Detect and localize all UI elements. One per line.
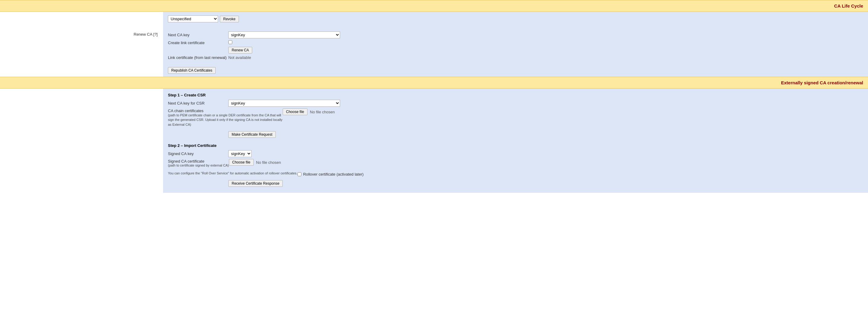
renew-ca-row-container: Renew CA [?] Next CA key signKey Create … bbox=[0, 30, 868, 65]
create-link-cert-row: Create link certificate bbox=[168, 40, 863, 45]
step1-next-ca-key-row: Next CA key for CSR signKey bbox=[168, 100, 863, 107]
ca-chain-file-row: Choose file No file chosen bbox=[283, 109, 335, 115]
step2-no-file: No file chosen bbox=[256, 160, 281, 165]
renew-ca-button-row: Renew CA bbox=[168, 47, 863, 54]
step2-choose-file-button[interactable]: Choose file bbox=[229, 159, 254, 166]
republish-row-container: Republish CA Certificates bbox=[0, 65, 868, 77]
make-csr-row: Make Certificate Request bbox=[168, 131, 863, 138]
rollover-config-row: You can configure the "Roll Over Service… bbox=[168, 170, 863, 178]
step2-file-row: Choose file No file chosen bbox=[229, 159, 281, 166]
next-ca-key-row: Next CA key signKey bbox=[168, 31, 863, 38]
rollover-row: Rollover certificate (activated later) bbox=[298, 172, 364, 177]
ca-chain-desc: (path to PEM certificate chain or a sing… bbox=[168, 113, 283, 127]
step1-next-ca-key-label: Next CA key for CSR bbox=[168, 101, 228, 106]
rollover-checkbox[interactable] bbox=[298, 172, 302, 176]
link-cert-label: Link certificate (from last renewal) bbox=[168, 55, 228, 60]
renew-ca-button[interactable]: Renew CA bbox=[228, 47, 252, 54]
rollover-checkbox-container: Rollover certificate (activated later) bbox=[298, 170, 364, 178]
republish-left-spacer bbox=[0, 65, 163, 77]
step2-signed-ca-key-select[interactable]: signKey bbox=[228, 150, 252, 157]
ca-chain-file-input-container: Choose file No file chosen bbox=[283, 109, 335, 115]
step2-signed-ca-key-label: Signed CA key bbox=[168, 151, 228, 156]
rollover-config-desc-label: You can configure the "Roll Over Service… bbox=[168, 170, 298, 177]
ca-chain-no-file: No file chosen bbox=[310, 110, 335, 114]
step2-signed-ca-cert-label: Signed CA certificate (path to certifica… bbox=[168, 159, 229, 168]
ext-left-spacer bbox=[0, 89, 163, 193]
step1-next-ca-key-select[interactable]: signKey bbox=[228, 100, 340, 107]
renew-ca-right: Next CA key signKey Create link certific… bbox=[163, 30, 868, 65]
receive-cert-row: Receive Certificate Response bbox=[168, 180, 863, 187]
republish-right: Republish CA Certificates bbox=[163, 65, 868, 77]
revoke-controls: Unspecified Key Compromise CA Compromise… bbox=[168, 14, 863, 22]
rollover-label: Rollover certificate (activated later) bbox=[303, 172, 364, 177]
renew-ca-left-label: Renew CA [?] bbox=[0, 30, 163, 65]
step2-title: Step 2 – Import Certificate bbox=[168, 143, 863, 148]
receive-cert-button[interactable]: Receive Certificate Response bbox=[228, 180, 283, 187]
ext-right-content: Step 1 – Create CSR Next CA key for CSR … bbox=[163, 89, 868, 193]
step2-signed-ca-key-row: Signed CA key signKey bbox=[168, 150, 863, 157]
rollover-config-desc: You can configure the "Roll Over Service… bbox=[168, 171, 298, 175]
create-link-cert-value bbox=[228, 40, 232, 45]
make-csr-button-container: Make Certificate Request bbox=[228, 131, 276, 138]
step2-signed-ca-cert-desc: (path to certificate signed by external … bbox=[168, 164, 229, 167]
revoke-row-container: Unspecified Key Compromise CA Compromise… bbox=[0, 12, 868, 30]
revoke-left-spacer bbox=[0, 12, 163, 30]
renew-ca-label: Renew CA [?] bbox=[134, 32, 158, 36]
make-csr-button[interactable]: Make Certificate Request bbox=[228, 131, 276, 138]
step2-signed-ca-cert-row: Signed CA certificate (path to certifica… bbox=[168, 159, 863, 168]
revoke-right: Unspecified Key Compromise CA Compromise… bbox=[163, 12, 868, 30]
ca-chain-choose-file-button[interactable]: Choose file bbox=[283, 109, 307, 115]
ca-chain-cert-row: CA chain certificates (path to PEM certi… bbox=[168, 109, 863, 129]
create-link-cert-label: Create link certificate bbox=[168, 40, 228, 45]
ca-lifecycle-header: CA Life Cycle bbox=[0, 0, 868, 12]
next-ca-key-select[interactable]: signKey bbox=[228, 31, 340, 38]
step1-title: Step 1 – Create CSR bbox=[168, 93, 863, 97]
revoke-button[interactable]: Revoke bbox=[220, 16, 239, 22]
link-cert-value: Not available bbox=[228, 55, 251, 60]
ext-signed-header: Externally signed CA creation/renewal bbox=[0, 77, 868, 89]
receive-cert-button-container: Receive Certificate Response bbox=[228, 180, 283, 187]
ext-signed-section: Step 1 – Create CSR Next CA key for CSR … bbox=[0, 89, 868, 193]
create-link-cert-checkbox[interactable] bbox=[228, 40, 232, 44]
ca-chain-cert-label: CA chain certificates (path to PEM certi… bbox=[168, 109, 283, 129]
step1-next-ca-key-value: signKey bbox=[228, 100, 340, 107]
step2-section: Step 2 – Import Certificate Signed CA ke… bbox=[168, 143, 863, 187]
next-ca-key-value: signKey bbox=[228, 31, 340, 38]
step2-signed-ca-cert-file-container: Choose file No file chosen bbox=[229, 159, 281, 166]
step2-signed-ca-key-value: signKey bbox=[228, 150, 252, 157]
revoke-reason-select[interactable]: Unspecified Key Compromise CA Compromise… bbox=[168, 16, 218, 22]
renew-ca-button-container: Renew CA bbox=[228, 47, 252, 54]
republish-button[interactable]: Republish CA Certificates bbox=[168, 67, 216, 74]
next-ca-key-label: Next CA key bbox=[168, 33, 228, 37]
link-cert-row: Link certificate (from last renewal) Not… bbox=[168, 55, 863, 60]
